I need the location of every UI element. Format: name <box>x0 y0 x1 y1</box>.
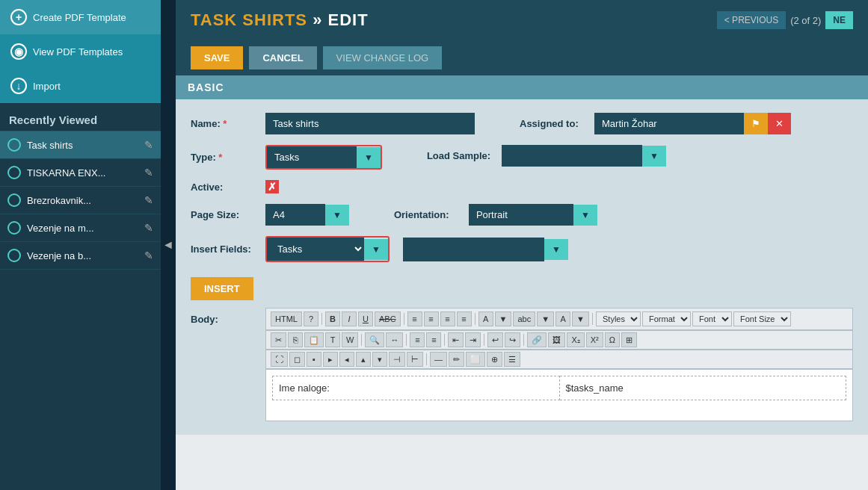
form-row-pagesize: Page Size: A4 ▼ Orientation: Portrait <box>191 204 853 226</box>
edit-icon-tiskarna[interactable] <box>144 167 153 179</box>
active-checkbox[interactable] <box>265 180 279 193</box>
editor-paste-text-btn[interactable]: T <box>325 332 340 347</box>
form-area: Name: * Assigned to: ⚑ ✕ Typ <box>176 99 868 435</box>
next-button[interactable]: NE <box>825 11 853 29</box>
editor-font-family-select[interactable]: Font <box>692 311 732 326</box>
editor-fullscreen-btn[interactable]: ⛶ <box>271 352 288 367</box>
editor-cut-btn[interactable]: ✂ <box>271 332 286 347</box>
recent-item-vezenje-b[interactable]: Vezenje na b... <box>0 242 161 270</box>
editor-bold-btn[interactable]: B <box>325 311 340 326</box>
insert-fields-second-arrow[interactable]: ▼ <box>544 239 568 260</box>
assigned-to-input[interactable] <box>594 113 744 134</box>
editor-underline-btn[interactable]: U <box>358 311 373 326</box>
recent-item-label-brezrokavnik: Brezrokavnik... <box>27 195 91 206</box>
page-title-accent: TASK SHIRTS <box>191 10 307 29</box>
action-toolbar: SAVE CANCEL VIEW CHANGE LOG <box>176 40 868 75</box>
edit-icon-task-shirts[interactable] <box>144 139 153 151</box>
type-select-arrow[interactable]: ▼ <box>357 147 381 168</box>
editor-toolbar-3: ⛶ ◻ ▪ ▸ ◂ ▴ ▾ ⊣ ⊢ — ✏ ⬜ ⊕ ☰ <box>265 350 853 369</box>
pdf-icon-vezenje-m <box>7 221 21 235</box>
editor-copy-btn[interactable]: ⎘ <box>288 332 303 347</box>
orientation-label: Orientation: <box>394 209 461 220</box>
import-label: Import <box>33 81 61 92</box>
editor-outdent-btn[interactable]: ⇤ <box>448 332 464 347</box>
view-change-log-button[interactable]: VIEW CHANGE LOG <box>323 46 443 69</box>
load-sample-input[interactable] <box>502 145 642 167</box>
main-content: TASK SHIRTS » EDIT < PREVIOUS (2 of 2) N… <box>176 0 868 490</box>
editor-align-left-btn[interactable]: ≡ <box>407 311 422 326</box>
editor-undo-btn[interactable]: ↩ <box>487 332 503 347</box>
recent-item-brezrokavnik[interactable]: Brezrokavnik... <box>0 187 161 214</box>
insert-button[interactable]: INSERT <box>191 277 253 300</box>
editor-link-btn[interactable]: 🔗 <box>527 332 547 347</box>
editor-help-btn[interactable]: ? <box>304 311 318 326</box>
editor-image-btn[interactable]: 🖼 <box>548 332 565 347</box>
insert-fields-second-input[interactable] <box>403 238 544 261</box>
editor-italic-btn[interactable]: I <box>342 311 357 326</box>
editor-paste-btn[interactable]: 📋 <box>304 332 324 347</box>
assigned-flag-button[interactable]: ⚑ <box>744 113 768 134</box>
editor-body[interactable]: Ime naloge: $tasks_name <box>265 369 853 421</box>
editor-align-justify-btn[interactable]: ≡ <box>457 311 472 326</box>
editor-html-btn[interactable]: HTML <box>271 311 302 326</box>
assigned-to-field: ⚑ ✕ <box>594 113 791 134</box>
cancel-button[interactable]: CANCEL <box>249 46 316 69</box>
editor-find-btn[interactable]: 🔍 <box>365 332 384 347</box>
plus-icon: + <box>10 9 27 25</box>
next-label: NE <box>833 15 846 25</box>
assigned-clear-button[interactable]: ✕ <box>768 113 791 134</box>
editor-indent-btn[interactable]: ⇥ <box>465 332 481 347</box>
recent-item-vezenje-m[interactable]: Vezenje na m... <box>0 214 161 242</box>
editor-sup-btn[interactable]: X² <box>586 332 603 347</box>
insert-fields-select[interactable]: Tasks <box>267 238 364 261</box>
editor-font-size-select[interactable]: Font Size <box>733 311 791 326</box>
editor-highlight-btn[interactable]: abc <box>513 311 535 326</box>
pdf-icon-brezrokavnik <box>7 193 21 207</box>
pdf-icon-vezenje-b <box>7 249 21 262</box>
editor-font-size-arrow[interactable]: ▼ <box>572 311 589 326</box>
collapse-icon: ◄ <box>162 238 174 252</box>
editor-font-size-btn[interactable]: A <box>555 311 570 326</box>
editor-highlight-arrow[interactable]: ▼ <box>537 311 554 326</box>
orientation-select[interactable]: Portrait <box>469 204 573 226</box>
view-pdf-button[interactable]: ◉ View PDF Templates <box>0 34 161 69</box>
pagination-text: (2 of 2) <box>790 15 821 26</box>
page-title-rest: » EDIT <box>307 10 369 29</box>
load-sample-arrow[interactable]: ▼ <box>642 146 666 167</box>
editor-align-right-btn[interactable]: ≡ <box>440 311 455 326</box>
page-size-select[interactable]: A4 <box>265 204 325 226</box>
editor-table-btn[interactable]: ⊞ <box>621 332 637 347</box>
recent-item-tiskarna[interactable]: TISKARNA ENX... <box>0 159 161 187</box>
editor-redo-btn[interactable]: ↪ <box>505 332 520 347</box>
editor-font-color-btn[interactable]: A <box>478 311 493 326</box>
previous-button[interactable]: < PREVIOUS <box>717 11 786 29</box>
create-pdf-button[interactable]: + Create PDF Template <box>0 0 161 34</box>
editor-paste-word-btn[interactable]: W <box>342 332 358 347</box>
editor-align-center-btn[interactable]: ≡ <box>424 311 439 326</box>
editor-sub-btn[interactable]: X₂ <box>567 332 584 347</box>
editor-strikethrough-btn[interactable]: ABC <box>375 311 401 326</box>
name-input[interactable] <box>265 113 475 134</box>
sidebar-collapse-handle[interactable]: ◄ <box>161 0 176 490</box>
save-button[interactable]: SAVE <box>191 46 243 69</box>
editor-ordered-list-btn[interactable]: ≡ <box>426 332 441 347</box>
create-pdf-label: Create PDF Template <box>33 12 126 23</box>
editor-unordered-list-btn[interactable]: ≡ <box>410 332 425 347</box>
recent-item-task-shirts[interactable]: Task shirts <box>0 131 161 159</box>
editor-format-select[interactable]: Format <box>642 311 691 326</box>
recent-item-label-tiskarna: TISKARNA ENX... <box>27 167 105 179</box>
type-select[interactable]: Tasks <box>267 146 357 168</box>
editor-replace-btn[interactable]: ↔ <box>386 332 403 347</box>
editor-sep-2 <box>404 313 404 325</box>
import-button[interactable]: ↓ Import <box>0 69 161 103</box>
edit-icon-vezenje-m[interactable] <box>144 222 153 234</box>
orientation-arrow[interactable]: ▼ <box>573 205 597 226</box>
insert-button-row: INSERT <box>191 273 853 300</box>
insert-fields-arrow[interactable]: ▼ <box>364 239 388 260</box>
edit-icon-vezenje-b[interactable] <box>144 249 153 261</box>
editor-font-color-arrow[interactable]: ▼ <box>495 311 512 326</box>
editor-styles-select[interactable]: Styles <box>596 311 641 326</box>
page-size-arrow[interactable]: ▼ <box>325 205 349 226</box>
editor-special-char-btn[interactable]: Ω <box>605 332 620 347</box>
edit-icon-brezrokavnik[interactable] <box>144 194 153 206</box>
